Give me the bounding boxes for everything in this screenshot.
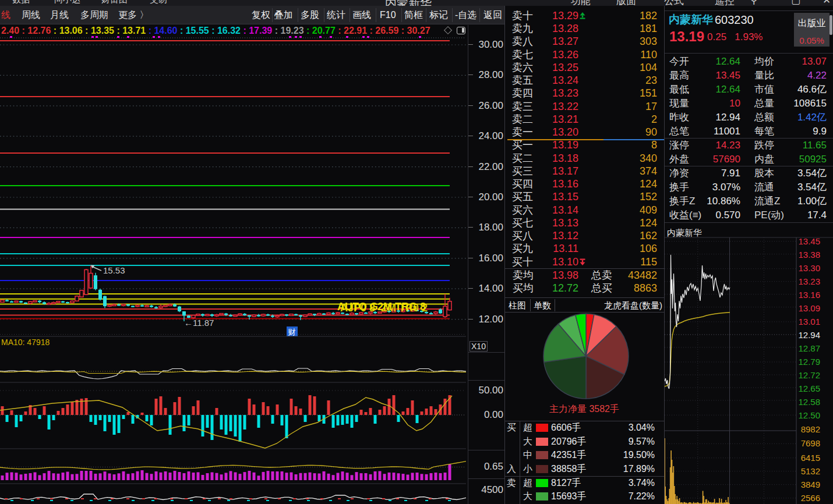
svg-text:ZM TR0 2: ZM TR0 2 bbox=[381, 302, 428, 314]
svg-text:AJP0 8: AJP0 8 bbox=[340, 302, 375, 314]
svg-text:←11.87: ←11.87 bbox=[184, 318, 214, 328]
svg-text:财: 财 bbox=[288, 328, 296, 336]
svg-text:15.53: 15.53 bbox=[103, 265, 125, 275]
